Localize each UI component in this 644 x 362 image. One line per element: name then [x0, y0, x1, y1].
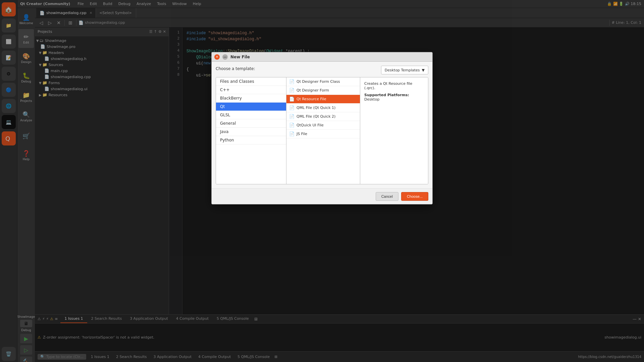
- category-label-5: General: [220, 121, 236, 126]
- category-label-6: Java: [220, 129, 228, 134]
- template-icon-2: 📄: [289, 97, 294, 102]
- dropdown-arrow-icon: ▼: [422, 68, 425, 72]
- template-icon-3: 📄: [289, 105, 294, 110]
- modal-right-panel: Creates a Qt Resource file (.qrc). Suppo…: [360, 77, 428, 184]
- modal-panels: Files and Classes C++ BlackBerry Qt GLSL: [216, 77, 428, 184]
- modal-close-btn[interactable]: ✕: [214, 54, 220, 60]
- category-blackberry[interactable]: BlackBerry: [216, 94, 286, 103]
- modal-dropdown: Desktop Templates ▼: [381, 66, 428, 74]
- category-label-0: Files and Classes: [220, 79, 254, 84]
- category-qt[interactable]: Qt: [216, 103, 286, 111]
- category-java[interactable]: Java: [216, 128, 286, 136]
- template-label-4: QML File (Qt Quick 2): [297, 114, 335, 119]
- template-label-2: Qt Resource File: [297, 97, 326, 101]
- template-icon-0: 📄: [289, 79, 294, 84]
- modal-overlay: ✕ — New File Choose a template: Desktop …: [0, 0, 644, 362]
- platforms-value: Desktop: [364, 97, 379, 102]
- category-label-7: Python: [220, 138, 234, 142]
- template-js[interactable]: 📄 JS File: [286, 130, 360, 138]
- category-label-1: C++: [220, 87, 230, 92]
- modal-middle-panel: 📄 Qt Designer Form Class 📄 Qt Designer F…: [286, 77, 360, 184]
- template-designer-form[interactable]: 📄 Qt Designer Form: [286, 86, 360, 95]
- modal-dropdown-btn[interactable]: Desktop Templates ▼: [381, 66, 428, 74]
- category-label-2: BlackBerry: [220, 96, 242, 101]
- template-label-5: QtQuick UI File: [297, 123, 324, 127]
- template-label-6: JS File: [297, 132, 307, 136]
- template-qml-2[interactable]: 📄 QML File (Qt Quick 2): [286, 112, 360, 121]
- category-label-4: GLSL: [220, 113, 230, 117]
- category-label-3: Qt: [220, 104, 225, 109]
- category-python[interactable]: Python: [216, 136, 286, 144]
- template-label-0: Qt Designer Form Class: [297, 79, 340, 84]
- dropdown-label: Desktop Templates: [385, 68, 420, 72]
- cancel-btn[interactable]: Cancel: [376, 192, 398, 201]
- modal-body: Choose a template: Desktop Templates ▼ F…: [212, 62, 432, 188]
- category-glsl[interactable]: GLSL: [216, 111, 286, 119]
- template-icon-5: 📄: [289, 123, 294, 128]
- template-icon-4: 📄: [289, 114, 294, 119]
- category-general[interactable]: General: [216, 119, 286, 128]
- new-file-modal: ✕ — New File Choose a template: Desktop …: [211, 52, 433, 204]
- template-resource-file[interactable]: 📄 Qt Resource File: [286, 95, 360, 104]
- category-cpp[interactable]: C++: [216, 86, 286, 94]
- template-label-1: Qt Designer Form: [297, 88, 329, 93]
- category-files-classes[interactable]: Files and Classes: [216, 77, 286, 86]
- platforms-label: Supported Platforms:: [364, 93, 409, 97]
- modal-template-row: Choose a template: Desktop Templates ▼: [216, 66, 428, 74]
- template-qtquick-ui[interactable]: 📄 QtQuick UI File: [286, 121, 360, 130]
- choose-btn[interactable]: Choose...: [401, 192, 428, 201]
- template-icon-1: 📄: [289, 88, 294, 93]
- modal-platforms: Supported Platforms: Desktop: [364, 93, 424, 102]
- modal-title: New File: [230, 55, 250, 59]
- modal-template-label: Choose a template:: [216, 66, 255, 71]
- modal-min-btn[interactable]: —: [222, 54, 228, 60]
- template-designer-class[interactable]: 📄 Qt Designer Form Class: [286, 77, 360, 86]
- modal-left-panel: Files and Classes C++ BlackBerry Qt GLSL: [216, 77, 286, 184]
- modal-description: Creates a Qt Resource file (.qrc).: [364, 81, 424, 90]
- modal-titlebar: ✕ — New File: [212, 52, 432, 62]
- template-qml-1[interactable]: 📄 QML File (Qt Quick 1): [286, 104, 360, 112]
- template-label-3: QML File (Qt Quick 1): [297, 106, 335, 110]
- modal-footer: Cancel Choose...: [212, 188, 432, 204]
- template-icon-6: 📄: [289, 131, 294, 136]
